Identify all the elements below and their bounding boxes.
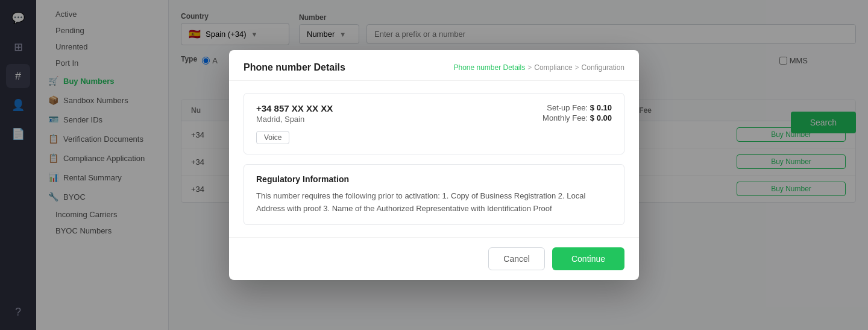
modal-title: Phone number Details bbox=[244, 62, 345, 73]
setup-fee-label: Set-up Fee: bbox=[547, 103, 588, 112]
phone-number: +34 857 XX XX XX bbox=[256, 103, 333, 113]
setup-fee-value: $ 0.10 bbox=[590, 103, 612, 112]
capability-tag: Voice bbox=[256, 131, 289, 144]
setup-fee-row: Set-up Fee: $ 0.10 bbox=[542, 103, 612, 112]
phone-number-details-modal: Phone number Details Phone number Detail… bbox=[229, 50, 639, 281]
modal-footer: Cancel Continue bbox=[229, 237, 639, 280]
breadcrumb: Phone number Details > Compliance > Conf… bbox=[453, 63, 624, 72]
cancel-button[interactable]: Cancel bbox=[488, 247, 545, 270]
regulatory-text: This number requires the following prior… bbox=[256, 190, 612, 215]
fee-info: Set-up Fee: $ 0.10 Monthly Fee: $ 0.00 bbox=[542, 103, 612, 124]
breadcrumb-sep2: > bbox=[575, 63, 579, 72]
number-card: +34 857 XX XX XX Madrid, Spain Set-up Fe… bbox=[244, 93, 624, 154]
number-info: +34 857 XX XX XX Madrid, Spain bbox=[256, 103, 333, 124]
monthly-fee-label: Monthly Fee: bbox=[542, 113, 588, 122]
regulatory-title: Regulatory Information bbox=[256, 174, 612, 184]
number-card-header: +34 857 XX XX XX Madrid, Spain Set-up Fe… bbox=[256, 103, 612, 124]
modal-overlay: Phone number Details Phone number Detail… bbox=[0, 0, 868, 330]
regulatory-box: Regulatory Information This number requi… bbox=[244, 164, 624, 226]
breadcrumb-step1: Phone number Details bbox=[453, 63, 525, 72]
monthly-fee-value: $ 0.00 bbox=[590, 113, 612, 122]
monthly-fee-row: Monthly Fee: $ 0.00 bbox=[542, 113, 612, 122]
phone-location: Madrid, Spain bbox=[256, 115, 333, 124]
modal-header: Phone number Details Phone number Detail… bbox=[229, 50, 639, 81]
breadcrumb-step3: Configuration bbox=[582, 63, 624, 72]
modal-body: +34 857 XX XX XX Madrid, Spain Set-up Fe… bbox=[229, 81, 639, 238]
breadcrumb-step2: Compliance bbox=[534, 63, 572, 72]
continue-button[interactable]: Continue bbox=[552, 247, 624, 270]
breadcrumb-sep1: > bbox=[527, 63, 532, 72]
